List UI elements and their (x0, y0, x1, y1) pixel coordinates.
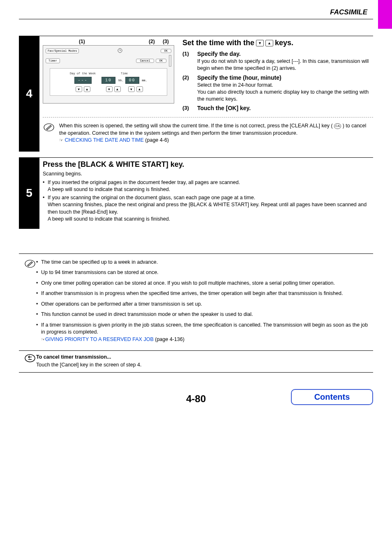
heading-post: keys. (275, 39, 293, 47)
cancel-title: To cancel timer transmission... (36, 354, 111, 360)
item1-text: If you do not wish to specify a day, sel… (197, 58, 373, 72)
ca-key-icon: CA (334, 123, 341, 129)
ref-page-2: (page 4-136) (154, 336, 184, 342)
step-5-row: 5 Press the [BLACK & WHITE START] key. S… (19, 157, 373, 229)
step4-item-1: (1) Specify the day. If you do not wish … (182, 51, 373, 72)
display-day[interactable]: --- (74, 77, 92, 84)
ref-hand-icon: ☞ (59, 138, 63, 143)
step-4-row: 4 (1) (2) (3) Fax/Special Modes (19, 36, 373, 152)
pencil-note-icon (43, 122, 55, 132)
label-day: Day of the Week (70, 72, 96, 75)
step4-item-3: (3) Touch the [OK] key. (182, 105, 373, 112)
label-time: Time (101, 72, 147, 75)
step-5-number: 5 (19, 158, 39, 229)
svg-point-3 (25, 355, 35, 362)
item3-title: Touch the [OK] key. (197, 105, 251, 111)
svg-point-1 (44, 124, 54, 131)
note-item: Other operations can be performed after … (36, 301, 370, 308)
minute-up-button[interactable]: ▲ (136, 86, 143, 92)
annot-3: (3) (163, 39, 169, 44)
svg-point-2 (25, 260, 35, 267)
ref-link-2[interactable]: GIVING PRIORITY TO A RESERVED FAX JOB (45, 336, 154, 342)
clock-icon (118, 48, 122, 53)
screen-annotations: (1) (2) (3) (43, 39, 174, 45)
step4-item-2: (2) Specify the time (hour, minute) Sele… (182, 74, 373, 103)
display-minute[interactable]: 00 (125, 77, 139, 84)
ref-link-1[interactable]: CHECKING THE DATE AND TIME (65, 137, 143, 143)
hour-up-button[interactable]: ▲ (114, 86, 121, 92)
note-item: Up to 94 timer transmissions can be stor… (36, 269, 370, 276)
minute-down-button[interactable]: ▼ (128, 86, 135, 92)
annot-1: (1) (79, 39, 85, 44)
unit-mm: mm. (142, 79, 147, 82)
note-pre: When this screen is opened, the setting … (59, 123, 333, 129)
step4-note: When this screen is opened, the setting … (59, 122, 373, 144)
contents-button[interactable]: Contents (291, 389, 373, 405)
note-item-last: If a timer transmission is given priorit… (36, 322, 370, 343)
step-4-number: 4 (19, 36, 39, 152)
device-timer-label: Timer (46, 58, 60, 63)
step5-lead: Scanning begins. (43, 170, 373, 177)
device-scrollbar[interactable] (169, 55, 171, 67)
device-tab[interactable]: Fax/Special Modes (46, 48, 79, 53)
item2-num: (2) (182, 74, 193, 103)
step5-title: Press the [BLACK & WHITE START] key. (43, 160, 373, 169)
cancel-note-icon (24, 353, 36, 363)
day-down-button[interactable]: ▼ (76, 86, 82, 92)
step5-bullets: If you inserted the original pages in th… (43, 179, 373, 223)
annot-2: (2) (149, 39, 155, 44)
hour-down-button[interactable]: ▼ (106, 86, 113, 92)
page-header: FACSIMILE (0, 0, 392, 19)
item2-text: Select the time in 24-hour format. You c… (197, 82, 373, 103)
step5-b2: If you are scanning the original on the … (43, 194, 373, 223)
notes-list: The time can be specified up to a week i… (36, 259, 373, 347)
notes-block: The time can be specified up to a week i… (19, 253, 373, 373)
down-key-icon: ▼ (256, 40, 264, 46)
day-up-button[interactable]: ▲ (84, 86, 90, 92)
device-screen: Fax/Special Modes OK Timer Cancel OK (43, 45, 174, 104)
note-item: This function cannot be used in direct t… (36, 311, 370, 318)
cancel-text: Touch the [Cancel] key in the screen of … (36, 362, 141, 368)
cancel-note: To cancel timer transmission... Touch th… (36, 353, 141, 369)
step4-heading: Set the time with the ▼ ▲ keys. (182, 39, 373, 47)
heading-pre: Set the time with the (182, 39, 254, 47)
note-item: The time can be specified up to a week i… (36, 259, 370, 266)
up-key-icon: ▲ (265, 40, 273, 46)
item2-title: Specify the time (hour, minute) (197, 74, 373, 81)
note-item: Only one timer polling operation can be … (36, 280, 370, 287)
ref-hand-icon: ☞ (41, 337, 45, 342)
step4-dashed-rule (43, 117, 373, 117)
item1-num: (1) (182, 51, 193, 72)
device-ok-top[interactable]: OK (161, 49, 171, 53)
item1-title: Specify the day. (197, 51, 373, 57)
ref-page-1: (page 4-6) (144, 137, 169, 143)
item3-num: (3) (182, 105, 193, 112)
step5-b1: If you inserted the original pages in th… (43, 179, 373, 193)
note-item: If another transmission is in progress w… (36, 290, 370, 297)
device-ok-second[interactable]: OK (156, 59, 166, 63)
unit-hh: hh. (118, 79, 124, 82)
pencil-note-icon (24, 259, 36, 269)
display-hour[interactable]: 10 (101, 77, 115, 84)
device-cancel[interactable]: Cancel (136, 59, 154, 63)
